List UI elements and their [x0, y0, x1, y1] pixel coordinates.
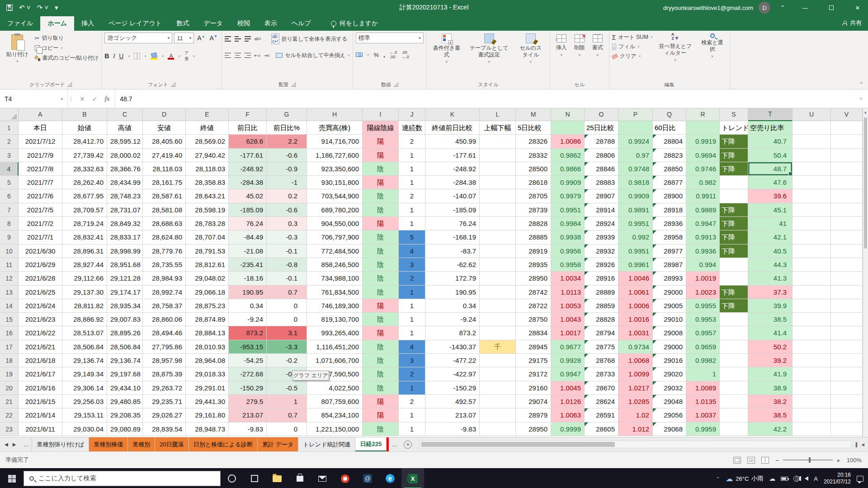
cell-O23[interactable]: 28605	[585, 422, 618, 436]
cell-T14[interactable]: 39.9	[748, 299, 793, 313]
cell-N23[interactable]: 0.9999	[551, 422, 585, 436]
cell-P13[interactable]: 1.0061	[618, 286, 653, 299]
cell-I23[interactable]: 陰	[363, 422, 399, 436]
cell-G6[interactable]: 0.2	[267, 189, 307, 203]
action-center-icon[interactable]	[857, 476, 863, 482]
cell-M3[interactable]: 28332	[516, 149, 551, 162]
cell-V1[interactable]	[831, 121, 863, 135]
cell-J11[interactable]: 3	[399, 258, 425, 272]
cell-E21[interactable]: 29,441.30	[186, 395, 229, 408]
cell-S14[interactable]: 下降	[720, 299, 748, 313]
cell-K21[interactable]: 492.57	[425, 395, 480, 408]
cell-N3[interactable]: 0.9862	[551, 149, 585, 162]
cell-J15[interactable]: 1	[399, 313, 425, 326]
cell-R18[interactable]: 0.9982	[686, 354, 720, 367]
copy-button[interactable]: コピー ˅	[35, 44, 99, 52]
cell-K20[interactable]: -150.29	[425, 381, 480, 395]
cell-Q4[interactable]: 28850	[653, 162, 686, 176]
minimize-button[interactable]: —	[795, 0, 816, 15]
cortana-button[interactable]	[221, 468, 243, 488]
onedrive-cloud-icon[interactable]: ☁	[769, 475, 775, 482]
cell-U5[interactable]	[793, 176, 831, 189]
cell-J9[interactable]: 5	[399, 230, 425, 244]
cell-G15[interactable]: 0	[267, 313, 307, 326]
cell-D13[interactable]: 28,992.74	[143, 286, 186, 299]
row-header-4[interactable]: 4	[0, 162, 19, 176]
row-header-18[interactable]: 18	[0, 354, 19, 367]
redo-icon[interactable]: ↷ ˅	[37, 4, 49, 12]
cell-O2[interactable]: 28788	[585, 135, 618, 148]
cell-G7[interactable]: -0.6	[267, 203, 307, 217]
cell-T12[interactable]: 41.3	[748, 272, 793, 285]
zoom-slider-thumb[interactable]	[809, 457, 811, 463]
row-header-13[interactable]: 13	[0, 286, 19, 299]
row-header-14[interactable]: 14	[0, 299, 19, 313]
column-header-K[interactable]: K	[425, 108, 480, 121]
cell-G4[interactable]: -0.9	[267, 162, 307, 176]
sheet-tab-20日騰落[interactable]: 20日騰落	[155, 437, 189, 451]
cell-H11[interactable]: 858,246,500	[307, 258, 363, 272]
cell-T1[interactable]: 空売り比率	[748, 121, 793, 135]
cell-V11[interactable]	[831, 258, 863, 272]
cell-P3[interactable]: 0.97	[618, 149, 653, 162]
cell-M8[interactable]: 28828	[516, 217, 551, 230]
cell-D15[interactable]: 28,860.06	[143, 313, 186, 326]
cell-I8[interactable]: 陽	[363, 217, 399, 230]
align-middle-icon[interactable]	[235, 36, 241, 42]
cell-D8[interactable]: 28,688.63	[143, 217, 186, 230]
cell-F18[interactable]: -54.25	[229, 354, 267, 367]
cell-D10[interactable]: 28,779.76	[143, 244, 186, 258]
cell-T21[interactable]: 38.2	[748, 395, 793, 408]
cell-V23[interactable]	[831, 422, 863, 436]
weather-widget[interactable]: ☁ 26°C 小雨	[726, 474, 763, 483]
cell-N17[interactable]: 0.9677	[551, 340, 585, 354]
cell-R10[interactable]: 0.9936	[686, 244, 720, 258]
column-header-N[interactable]: N	[551, 108, 585, 121]
cell-J2[interactable]: 2	[399, 135, 425, 148]
increase-font-icon[interactable]: A▲	[196, 34, 206, 42]
cell-B1[interactable]: 始値	[62, 121, 107, 135]
cell-R2[interactable]: 0.9919	[686, 135, 720, 148]
tab-data[interactable]: データ	[196, 16, 230, 31]
cell-J14[interactable]: 1	[399, 299, 425, 313]
cell-D21[interactable]: 29,235.71	[143, 395, 186, 408]
comma-format-icon[interactable]: ,	[383, 52, 385, 58]
volume-icon[interactable]	[805, 476, 808, 481]
cell-G1[interactable]: 前日比%	[267, 121, 307, 135]
cell-B23[interactable]: 29,030.04	[62, 422, 107, 436]
cell-D16[interactable]: 28,494.46	[143, 326, 186, 340]
zoom-out-icon[interactable]: −	[775, 456, 779, 464]
excel-taskbar-button[interactable]: X	[401, 468, 424, 488]
name-box[interactable]: T4▾	[0, 89, 68, 108]
decrease-indent-icon[interactable]: ⇤≡	[255, 53, 260, 58]
cell-P15[interactable]: 1.0016	[618, 313, 653, 326]
cell-G8[interactable]: 0.3	[267, 217, 307, 230]
cell-R3[interactable]: 0.9694	[686, 149, 720, 162]
cell-L17[interactable]: 千	[480, 340, 516, 354]
cell-E8[interactable]: 28,783.28	[186, 217, 229, 230]
cell-C4[interactable]: 28,366.76	[107, 162, 143, 176]
cell-R11[interactable]: 0.994	[686, 258, 720, 272]
cell-A2[interactable]: 2021/7/12	[19, 135, 62, 148]
cell-F6[interactable]: 45.02	[229, 189, 267, 203]
dialog-launcher-icon[interactable]	[171, 82, 175, 87]
cell-H3[interactable]: 1,186,727,600	[307, 149, 363, 162]
cell-P14[interactable]: 1.0006	[618, 299, 653, 313]
cell-S23[interactable]	[720, 422, 748, 436]
cell-M13[interactable]: 28742	[516, 286, 551, 299]
tab-help[interactable]: ヘルプ	[284, 16, 318, 31]
cell-H8[interactable]: 904,550,000	[307, 217, 363, 230]
cell-V10[interactable]	[831, 244, 863, 258]
cut-button[interactable]: ✂切り取り	[35, 34, 99, 42]
cell-E7[interactable]: 28,598.19	[186, 203, 229, 217]
sheet-tab-累計 データ[interactable]: 累計 データ	[258, 437, 298, 451]
cell-Q7[interactable]: 28918	[653, 203, 686, 217]
cell-G16[interactable]: 3.1	[267, 326, 307, 340]
cell-I14[interactable]: 陽	[363, 299, 399, 313]
cell-K22[interactable]: 213.07	[425, 408, 480, 422]
cell-F2[interactable]: 628.6	[229, 135, 267, 148]
cell-B13[interactable]: 29,137.30	[62, 286, 107, 299]
sheet-tab-日経225[interactable]: 日経225	[355, 437, 387, 451]
cell-K4[interactable]: -248.92	[425, 162, 480, 176]
format-cells-button[interactable]: ⟷ 書式˅	[589, 33, 606, 59]
